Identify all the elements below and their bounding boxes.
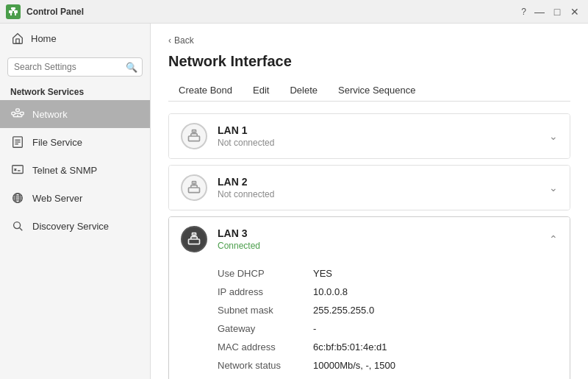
svg-point-29 bbox=[14, 222, 21, 229]
back-label: Back bbox=[174, 35, 194, 46]
detail-value-subnet: 255.255.255.0 bbox=[313, 305, 374, 316]
detail-label-gateway: Gateway bbox=[218, 323, 313, 334]
create-bond-button[interactable]: Create Bond bbox=[168, 80, 243, 102]
svg-rect-20 bbox=[12, 166, 23, 174]
lan3-info: LAN 3 Connected bbox=[218, 227, 543, 251]
app-title: Control Panel bbox=[26, 7, 84, 17]
file-service-icon bbox=[10, 135, 25, 149]
lan1-header[interactable]: LAN 1 Not connected ⌄ bbox=[169, 114, 570, 158]
help-button[interactable]: ? bbox=[521, 7, 526, 17]
content-area: ‹ Back Network Interface Create Bond Edi… bbox=[151, 24, 588, 379]
sidebar-label-network: Network bbox=[32, 109, 68, 120]
service-sequence-button[interactable]: Service Sequence bbox=[328, 80, 426, 102]
sidebar: Home 🔍 Network Services bbox=[0, 24, 151, 379]
lan3-header[interactable]: LAN 3 Connected ⌃ bbox=[169, 217, 570, 261]
lan1-info: LAN 1 Not connected bbox=[218, 124, 543, 148]
svg-rect-7 bbox=[12, 112, 15, 115]
sidebar-label-file-service: File Service bbox=[32, 137, 82, 148]
lan3-details: Use DHCP YES IP address 10.0.0.8 Subnet … bbox=[169, 261, 570, 379]
app-logo bbox=[6, 4, 21, 19]
telnet-icon bbox=[10, 163, 25, 177]
sidebar-label-web-server: Web Server bbox=[32, 193, 82, 204]
network-icon bbox=[10, 107, 25, 121]
title-bar: Control Panel ? — □ ✕ bbox=[0, 0, 588, 24]
search-input[interactable] bbox=[7, 57, 143, 77]
main-layout: Home 🔍 Network Services bbox=[0, 24, 588, 379]
sidebar-item-web-server[interactable]: Web Server bbox=[0, 184, 150, 212]
detail-value-ip: 10.0.0.8 bbox=[313, 286, 348, 297]
lan2-info: LAN 2 Not connected bbox=[218, 176, 543, 199]
svg-rect-31 bbox=[189, 136, 200, 141]
detail-value-netstatus: 10000Mb/s, -, 1500 bbox=[313, 360, 395, 371]
detail-row-subnet: Subnet mask 255.255.255.0 bbox=[218, 301, 558, 319]
sidebar-label-discovery: Discovery Service bbox=[32, 221, 109, 232]
maximize-button[interactable]: □ bbox=[550, 4, 564, 19]
detail-row-dhcp: Use DHCP YES bbox=[218, 264, 558, 283]
detail-value-gateway: - bbox=[313, 323, 316, 334]
detail-row-gateway: Gateway - bbox=[218, 319, 558, 338]
svg-rect-43 bbox=[189, 239, 200, 244]
lan3-item: LAN 3 Connected ⌃ Use DHCP YES IP addres… bbox=[168, 216, 570, 379]
lan1-name: LAN 1 bbox=[218, 124, 543, 136]
window-controls: ? — □ ✕ bbox=[521, 4, 582, 19]
lan1-chevron-icon: ⌄ bbox=[549, 130, 558, 142]
search-icon: 🔍 bbox=[126, 62, 137, 73]
detail-row-netstatus: Network status 10000Mb/s, -, 1500 bbox=[218, 356, 558, 375]
lan3-chevron-icon: ⌃ bbox=[549, 233, 558, 245]
lan3-name: LAN 3 bbox=[218, 227, 543, 239]
svg-rect-1 bbox=[14, 10, 18, 13]
lan3-icon bbox=[181, 226, 207, 252]
sidebar-item-file-service[interactable]: File Service bbox=[0, 128, 150, 156]
svg-rect-0 bbox=[9, 10, 12, 13]
svg-rect-2 bbox=[11, 7, 15, 10]
detail-label-dhcp: Use DHCP bbox=[218, 268, 313, 279]
detail-value-dhcp: YES bbox=[313, 268, 332, 279]
detail-value-mac: 6c:bf:b5:01:4e:d1 bbox=[313, 341, 387, 353]
svg-rect-37 bbox=[189, 188, 200, 193]
detail-row-ip: IP address 10.0.0.8 bbox=[218, 283, 558, 301]
svg-rect-4 bbox=[10, 13, 12, 15]
edit-button[interactable]: Edit bbox=[243, 80, 279, 102]
svg-rect-5 bbox=[15, 13, 16, 15]
back-link[interactable]: ‹ Back bbox=[168, 35, 570, 46]
lan2-status: Not connected bbox=[218, 189, 543, 199]
search-container: 🔍 bbox=[7, 57, 143, 77]
discovery-icon bbox=[10, 219, 25, 233]
back-chevron-icon: ‹ bbox=[168, 35, 171, 46]
sidebar-section-title: Network Services bbox=[0, 81, 150, 100]
svg-rect-8 bbox=[21, 112, 24, 115]
lan3-status: Connected bbox=[218, 241, 543, 251]
sidebar-item-telnet-snmp[interactable]: Telnet & SNMP bbox=[0, 156, 150, 184]
lan1-item: LAN 1 Not connected ⌄ bbox=[168, 113, 570, 159]
lan1-icon bbox=[181, 123, 207, 149]
detail-label-subnet: Subnet mask bbox=[218, 305, 313, 316]
lan1-status: Not connected bbox=[218, 138, 543, 148]
svg-rect-48 bbox=[193, 233, 196, 235]
sidebar-label-telnet: Telnet & SNMP bbox=[32, 165, 97, 176]
delete-button[interactable]: Delete bbox=[279, 80, 328, 102]
svg-rect-9 bbox=[16, 109, 20, 112]
detail-label-mac: MAC address bbox=[218, 341, 313, 353]
toolbar: Create Bond Edit Delete Service Sequence bbox=[168, 80, 570, 102]
svg-line-30 bbox=[20, 228, 23, 231]
lan2-header[interactable]: LAN 2 Not connected ⌄ bbox=[169, 166, 570, 210]
web-server-icon bbox=[10, 191, 25, 205]
title-bar-left: Control Panel bbox=[6, 4, 84, 19]
lan2-icon bbox=[181, 174, 207, 201]
logo-icon bbox=[8, 7, 18, 17]
close-button[interactable]: ✕ bbox=[567, 4, 582, 19]
content-inner: ‹ Back Network Interface Create Bond Edi… bbox=[151, 24, 588, 379]
svg-rect-3 bbox=[12, 10, 15, 11]
home-icon bbox=[10, 31, 25, 46]
svg-rect-6 bbox=[16, 39, 20, 43]
sidebar-item-discovery-service[interactable]: Discovery Service bbox=[0, 212, 150, 240]
home-label: Home bbox=[31, 33, 57, 44]
sidebar-home[interactable]: Home bbox=[0, 24, 150, 53]
minimize-button[interactable]: — bbox=[532, 4, 547, 19]
lan2-item: LAN 2 Not connected ⌄ bbox=[168, 165, 570, 210]
lan2-chevron-icon: ⌄ bbox=[549, 182, 558, 194]
page-title: Network Interface bbox=[168, 53, 570, 70]
sidebar-item-network[interactable]: Network bbox=[0, 100, 150, 128]
lan2-name: LAN 2 bbox=[218, 176, 543, 188]
detail-label-netstatus: Network status bbox=[218, 360, 313, 371]
